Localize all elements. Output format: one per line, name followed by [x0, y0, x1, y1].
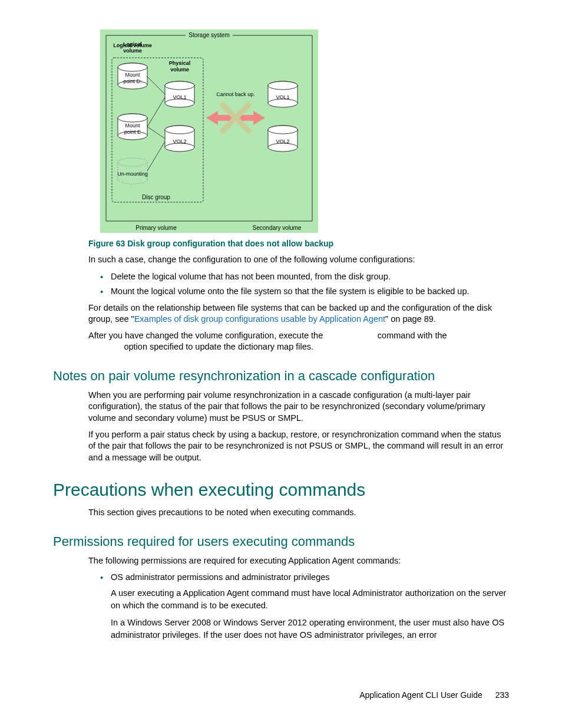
- list-item: Delete the logical volume that has not b…: [100, 271, 509, 283]
- svg-point-57: [268, 126, 297, 134]
- heading-permissions: Permissions required for users executing…: [53, 534, 509, 549]
- notes-para-1: When you are performing pair volume resy…: [88, 390, 509, 424]
- vol2-primary-cylinder: VOL2: [165, 126, 194, 151]
- config-options-list: Delete the logical volume that has not b…: [100, 271, 509, 298]
- svg-point-42: [165, 143, 194, 151]
- svg-text:VOL1: VOL1: [173, 94, 186, 100]
- storage-system-label: Storage system: [189, 32, 229, 38]
- svg-point-36: [165, 81, 194, 90]
- svg-text:Un-mounting: Un-mounting: [117, 171, 148, 177]
- list-item: OS administrator permissions and adminis…: [100, 571, 509, 641]
- para-config-change: In such a case, change the configuration…: [88, 254, 509, 266]
- svg-text:point E: point E: [124, 129, 141, 135]
- mount-d-cylinder: Mount point D:: [118, 63, 147, 89]
- svg-point-35: [165, 99, 194, 107]
- svg-text:volume: volume: [123, 48, 142, 54]
- vol1-secondary-cylinder: VOL1: [268, 81, 297, 107]
- footer-page-number: 233: [495, 690, 509, 700]
- secondary-volume-label: Secondary volume: [253, 225, 302, 231]
- storage-diagram: Storage system Logical volume Logical vo…: [100, 29, 318, 233]
- svg-point-43: [165, 126, 194, 134]
- svg-point-15: [118, 63, 147, 71]
- para-details: For details on the relationship between …: [88, 302, 509, 325]
- svg-text:point D:: point D:: [123, 78, 141, 84]
- svg-text:volume: volume: [170, 67, 189, 73]
- svg-point-49: [268, 99, 297, 107]
- diagram-container: Storage system Logical volume Logical vo…: [100, 29, 509, 233]
- permissions-intro: The following permissions are required f…: [88, 555, 509, 567]
- svg-text:Physical: Physical: [169, 60, 191, 66]
- svg-text:Mount: Mount: [125, 123, 140, 129]
- primary-volume-label: Primary volume: [135, 225, 177, 231]
- vol1-primary-cylinder: VOL1: [165, 81, 194, 107]
- heading-notes-resync: Notes on pair volume resynchronization i…: [53, 368, 509, 384]
- permissions-list: OS administrator permissions and adminis…: [100, 571, 509, 641]
- para-after-change: After you have changed the volume config…: [88, 330, 509, 353]
- disc-group-label: Disc group: [142, 194, 170, 200]
- list-item: Mount the logical volume onto the file s…: [100, 285, 509, 298]
- mount-e-cylinder: Mount point E: [118, 114, 147, 140]
- svg-text:VOL2: VOL2: [276, 139, 289, 144]
- notes-para-2: If you perform a pair status check by us…: [88, 429, 509, 464]
- permissions-detail-2: In a Windows Server 2008 or Windows Serv…: [111, 617, 509, 641]
- svg-text:VOL1: VOL1: [276, 94, 289, 100]
- svg-point-56: [268, 143, 297, 151]
- cannot-backup-label: Cannot back up.: [216, 91, 255, 97]
- svg-text:Logical: Logical: [123, 41, 142, 47]
- svg-text:Mount: Mount: [125, 72, 140, 78]
- precautions-intro: This section gives precautions to be not…: [88, 507, 509, 519]
- figure-caption: Figure 63 Disk group configuration that …: [88, 239, 509, 248]
- link-examples-disk-group[interactable]: Examples of disk group configurations us…: [134, 314, 385, 324]
- heading-precautions: Precautions when executing commands: [53, 480, 509, 500]
- vol2-secondary-cylinder: VOL2: [268, 126, 297, 151]
- page-footer: Application Agent CLI User Guide 233: [359, 690, 509, 700]
- svg-point-23: [118, 114, 147, 122]
- svg-text:VOL2: VOL2: [173, 139, 186, 144]
- svg-point-50: [268, 81, 297, 90]
- footer-doc-title: Application Agent CLI User Guide: [359, 690, 482, 700]
- permissions-detail-1: A user executing a Application Agent com…: [111, 587, 509, 612]
